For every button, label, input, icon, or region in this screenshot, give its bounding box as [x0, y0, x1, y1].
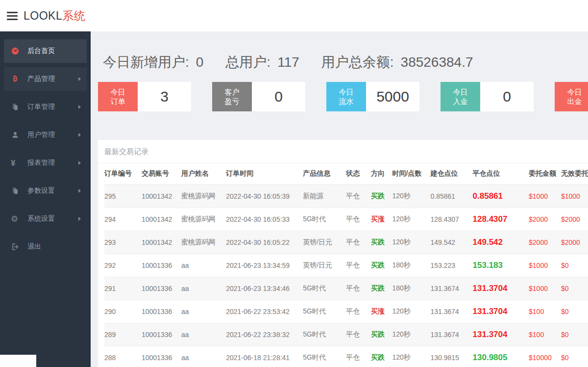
column-header: 方向 [371, 163, 392, 185]
sidebar-item-params[interactable]: 参数设置 [4, 179, 87, 203]
sidebar-item-orders[interactable]: 订单管理 [4, 95, 87, 119]
table-row: 28910001336aa2021-06-22 23:38:325G时代平仓买跌… [104, 323, 588, 346]
sidebar-item-logout[interactable]: 退出 [4, 235, 87, 259]
invalid-amount: $2000 [561, 231, 588, 254]
stat-card: 今日出金 [555, 82, 588, 111]
stat-card-value: 5000 [366, 82, 419, 111]
close-price: 131.3704 [473, 300, 529, 323]
column-header: 时间/点数 [392, 163, 430, 185]
direction: 买跌 [371, 231, 392, 254]
sidebar-item-products[interactable]: 产品管理 [4, 67, 87, 91]
duration: 120秒 [392, 208, 430, 231]
product-info: 英镑/日元 [303, 231, 346, 254]
amount: $100 [529, 300, 561, 323]
status: 平仓 [346, 323, 371, 346]
user-name: aa [181, 346, 226, 367]
dashboard-icon [11, 47, 23, 55]
sidebar-item-label: 产品管理 [27, 75, 55, 83]
duration: 180秒 [392, 277, 430, 300]
user-name: aa [181, 277, 226, 300]
product-info: 新能源 [303, 185, 346, 208]
column-header: 订单时间 [226, 163, 303, 185]
order-time: 2022-04-30 16:05:22 [226, 231, 303, 254]
user-name: aa [181, 254, 226, 277]
invalid-amount: $0 [561, 277, 588, 300]
trade-account: 10001336 [142, 300, 181, 323]
order-id: 292 [104, 254, 142, 277]
yen-icon: ¥ [11, 159, 23, 167]
product-info: 5G时代 [303, 346, 346, 367]
order-time: 2022-04-30 16:05:39 [226, 185, 303, 208]
order-id: 291 [104, 277, 142, 300]
stat-card-value: 3 [138, 82, 191, 111]
trades-table: 订单编号交易账号用户姓名订单时间产品信息状态方向时间/点数建仓点位平仓点位委托金… [104, 163, 588, 367]
sidebar-item-system[interactable]: ⚙系统设置 [4, 207, 87, 231]
stat-card-label: 今日流水 [326, 82, 366, 111]
gears-icon: ⚙ [11, 215, 23, 223]
table-header-row: 订单编号交易账号用户姓名订单时间产品信息状态方向时间/点数建仓点位平仓点位委托金… [104, 163, 588, 185]
status: 平仓 [346, 300, 371, 323]
stat-group: 用户总余额:38526384.7 [321, 53, 473, 72]
close-price: 128.4307 [473, 208, 529, 231]
card-label-line2: 盈亏 [225, 97, 240, 106]
invalid-amount: $0 [561, 254, 588, 277]
sidebar-item-users[interactable]: 用户管理 [4, 123, 87, 147]
status: 平仓 [346, 254, 371, 277]
amount: $2000 [529, 208, 561, 231]
table-row: 29010001336aa2021-06-22 23:53:425G时代平仓买涨… [104, 300, 588, 323]
sidebar-item-home[interactable]: 后台首页 [4, 39, 87, 63]
user-icon [11, 131, 23, 139]
trade-account: 10001342 [142, 185, 181, 208]
main-content: 今日新增用户:0总用户:117用户总余额:38526384.7 今日订单3客户盈… [91, 31, 588, 367]
stat-label: 总用户: [225, 53, 270, 72]
close-price: 0.85861 [473, 185, 529, 208]
column-header: 订单编号 [104, 163, 142, 185]
sidebar-item-reports[interactable]: ¥报表管理 [4, 151, 87, 175]
menu-toggle-icon[interactable] [7, 10, 18, 22]
amount: $1000 [529, 277, 561, 300]
close-price: 131.3704 [473, 277, 529, 300]
amount: $100 [529, 323, 561, 346]
sidebar-item-label: 用户管理 [27, 131, 55, 139]
table-row: 28810001336aa2021-06-18 21:28:415G时代平仓买跌… [104, 346, 588, 367]
product-info: 5G时代 [303, 277, 346, 300]
column-header: 状态 [346, 163, 371, 185]
trade-account: 10001336 [142, 277, 181, 300]
direction: 买跌 [371, 346, 392, 367]
duration: 120秒 [392, 300, 430, 323]
stat-card: 今日流水5000 [326, 82, 419, 111]
table-row: 29310001342蜜桃源码网2022-04-30 16:05:22英镑/日元… [104, 231, 588, 254]
table-row: 29110001336aa2021-06-23 13:34:465G时代平仓买跌… [104, 277, 588, 300]
product-info: 5G时代 [303, 208, 346, 231]
open-price: 153.223 [430, 254, 472, 277]
stat-card-value: 0 [252, 82, 305, 111]
sidebar-item-label: 退出 [27, 242, 41, 251]
status: 平仓 [346, 346, 371, 367]
card-label-line1: 今日 [567, 87, 582, 97]
copy-icon [11, 186, 23, 195]
direction: 买跌 [371, 323, 392, 346]
order-time: 2021-06-23 13:34:46 [226, 277, 303, 300]
column-header: 委托金额 [529, 163, 561, 185]
open-price: 149.542 [430, 231, 472, 254]
product-info: 英镑/日元 [303, 254, 346, 277]
user-name: aa [181, 300, 226, 323]
column-header: 无效委托 [561, 163, 588, 185]
sidebar-bottom-box [0, 355, 36, 367]
bitcoin-icon [11, 75, 23, 83]
panel-title: 最新交易记录 [98, 140, 588, 163]
duration: 180秒 [392, 254, 430, 277]
direction: 买涨 [371, 208, 392, 231]
order-time: 2021-06-22 23:53:42 [226, 300, 303, 323]
stat-group: 今日新增用户:0 [103, 53, 203, 72]
column-header: 平仓点位 [473, 163, 529, 185]
sidebar-menu: 后台首页产品管理订单管理用户管理¥报表管理参数设置⚙系统设置退出 [0, 31, 91, 259]
order-id: 289 [104, 323, 142, 346]
trade-account: 10001336 [142, 346, 181, 367]
duration: 120秒 [392, 231, 430, 254]
logo-text: LOOKL [24, 9, 62, 22]
trade-account: 10001342 [142, 231, 181, 254]
order-id: 288 [104, 346, 142, 367]
amount: $2000 [529, 231, 561, 254]
chevron-right-icon [78, 161, 81, 165]
